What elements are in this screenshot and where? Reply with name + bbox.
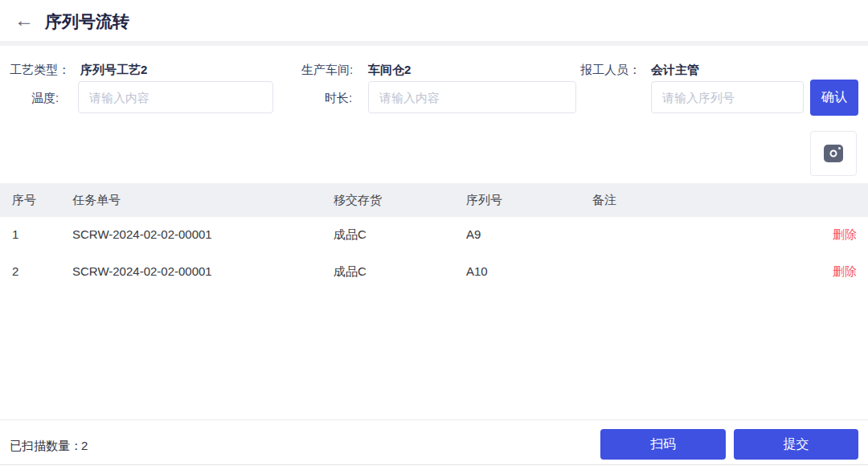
temperature-input[interactable]: [78, 81, 273, 113]
camera-dot-icon: [838, 147, 841, 149]
process-type-value: 序列号工艺2: [80, 63, 147, 78]
serial-number-input[interactable]: [651, 81, 804, 113]
reporter-value: 会计主管: [651, 63, 699, 78]
reporter-label: 报工人员：: [580, 63, 641, 78]
bottom-divider: [0, 464, 868, 465]
row-inventory: 成品C: [334, 227, 366, 243]
header-divider: [0, 41, 868, 46]
workshop-label: 生产车间:: [301, 63, 353, 78]
row-index: 1: [12, 227, 18, 241]
submit-button[interactable]: 提交: [734, 429, 858, 460]
row-task-no: SCRW-2024-02-02-00001: [72, 227, 212, 241]
scanned-count-value: 2: [81, 439, 88, 452]
col-remark: 备注: [592, 193, 616, 208]
camera-button[interactable]: [810, 131, 857, 176]
col-serial: 序列号: [466, 193, 502, 208]
scan-button[interactable]: 扫码: [600, 429, 726, 460]
row-inventory: 成品C: [334, 264, 366, 280]
delete-row-button[interactable]: 删除: [833, 264, 857, 280]
process-type-label: 工艺类型：: [10, 63, 70, 78]
serial-transfer-page: ← 序列号流转 工艺类型： 序列号工艺2 生产车间: 车间仓2 报工人员： 会计…: [0, 0, 868, 466]
footer-divider: [0, 419, 868, 420]
scanned-count-label: 已扫描数量：: [10, 439, 82, 454]
delete-row-button[interactable]: 删除: [833, 227, 857, 243]
col-inventory: 移交存货: [334, 193, 382, 208]
camera-icon: [824, 145, 843, 162]
back-icon[interactable]: ←: [14, 10, 34, 30]
row-serial: A9: [466, 227, 481, 241]
temperature-label: 温度:: [31, 91, 59, 106]
workshop-value: 车间仓2: [368, 63, 411, 78]
page-title: 序列号流转: [45, 10, 129, 33]
table-header: 序号 任务单号 移交存货 序列号 备注: [0, 183, 868, 217]
duration-label: 时长:: [325, 91, 352, 106]
col-index: 序号: [12, 193, 36, 208]
row-serial: A10: [466, 264, 488, 278]
row-task-no: SCRW-2024-02-02-00001: [72, 264, 212, 278]
col-task-no: 任务单号: [72, 193, 121, 208]
row-index: 2: [12, 264, 18, 278]
confirm-button[interactable]: 确认: [810, 80, 858, 116]
duration-input[interactable]: [368, 81, 576, 113]
camera-lens-icon: [830, 150, 837, 157]
